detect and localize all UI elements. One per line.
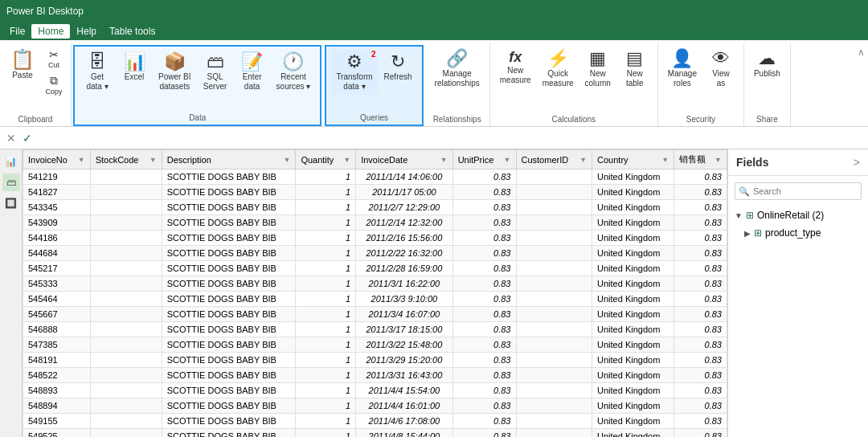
col-header-unitprice[interactable]: UnitPrice▼ bbox=[452, 150, 516, 169]
table-cell bbox=[516, 322, 592, 337]
table-cell: 2011/2/14 12:32:00 bbox=[356, 215, 453, 231]
table-cell: United Kingdom bbox=[592, 200, 674, 215]
table-cell: SCOTTIE DOGS BABY BIB bbox=[162, 398, 296, 414]
publish-icon: ☁ bbox=[758, 50, 776, 67]
menu-file[interactable]: File bbox=[3, 24, 31, 39]
table-cell: 0.83 bbox=[452, 337, 516, 353]
refresh-icon: ↻ bbox=[391, 53, 405, 71]
table-cell: 0.83 bbox=[674, 276, 727, 292]
col-header-sales[interactable]: 销售额▼ bbox=[674, 150, 727, 169]
product-type-table-icon: ⊞ bbox=[754, 227, 762, 239]
col-header-invoiceno[interactable]: InvoiceNo▼ bbox=[23, 150, 91, 169]
copy-button[interactable]: ⧉ Copy bbox=[42, 72, 66, 97]
publish-button[interactable]: ☁ Publish bbox=[749, 47, 785, 82]
cut-button[interactable]: ✂ Cut bbox=[42, 47, 66, 71]
ribbon-group-share: ☁ Publish Share bbox=[744, 43, 791, 126]
transform-data-button[interactable]: 2 ⚙ Transformdata ▾ bbox=[331, 50, 377, 95]
new-table-button[interactable]: ▤ Newtable bbox=[617, 47, 653, 92]
share-label: Share bbox=[744, 115, 790, 124]
paste-button[interactable]: 📋 Paste bbox=[5, 47, 40, 84]
manage-roles-button[interactable]: 👤 Manageroles bbox=[663, 47, 702, 92]
field-item-online-retail[interactable]: ▼ ⊞ OnlineRetail (2) bbox=[728, 206, 868, 224]
fields-panel-expand-button[interactable]: > bbox=[854, 156, 860, 169]
product-type-expand-icon: ▶ bbox=[744, 229, 751, 238]
manage-relationships-button[interactable]: 🔗 Managerelationships bbox=[430, 47, 485, 92]
table-cell: SCOTTIE DOGS BABY BIB bbox=[162, 368, 296, 383]
new-column-button[interactable]: ▦ Newcolumn bbox=[580, 47, 616, 92]
refresh-button[interactable]: ↻ Refresh bbox=[379, 50, 417, 85]
table-cell: 0.83 bbox=[674, 353, 727, 368]
table-cell: 0.83 bbox=[452, 429, 516, 438]
excel-button[interactable]: 📊 Excel bbox=[117, 50, 152, 85]
table-cell bbox=[90, 292, 162, 307]
table-row: 545333SCOTTIE DOGS BABY BIB12011/3/1 16:… bbox=[23, 276, 727, 292]
data-view-icon[interactable]: 🗃 bbox=[2, 174, 20, 191]
table-cell bbox=[516, 368, 592, 383]
table-cell: 1 bbox=[296, 215, 356, 231]
formula-cancel-button[interactable]: ✕ bbox=[6, 132, 16, 145]
enter-data-button[interactable]: 📝 Enterdata bbox=[235, 50, 270, 95]
col-header-description[interactable]: Description▼ bbox=[162, 150, 296, 169]
table-cell: SCOTTIE DOGS BABY BIB bbox=[162, 215, 296, 231]
view-as-button[interactable]: 👁 Viewas bbox=[703, 47, 739, 92]
table-cell: 541827 bbox=[23, 185, 91, 200]
fields-search-input[interactable] bbox=[735, 182, 862, 200]
menu-table-tools[interactable]: Table tools bbox=[103, 24, 162, 39]
table-row: 548893SCOTTIE DOGS BABY BIB12011/4/4 15:… bbox=[23, 383, 727, 398]
formula-confirm-button[interactable]: ✓ bbox=[23, 132, 32, 145]
table-cell: 2011/1/14 14:06:00 bbox=[356, 169, 453, 185]
table-cell: 0.83 bbox=[674, 322, 727, 337]
table-cell: 0.83 bbox=[674, 261, 727, 276]
table-cell: 1 bbox=[296, 322, 356, 337]
menu-home[interactable]: Home bbox=[31, 24, 70, 39]
col-header-stockcode[interactable]: StockCode▼ bbox=[90, 150, 162, 169]
manage-roles-icon: 👤 bbox=[671, 50, 693, 67]
col-header-invoicedate[interactable]: InvoiceDate▼ bbox=[356, 150, 453, 169]
recent-sources-button[interactable]: 🕐 Recentsources ▾ bbox=[272, 50, 316, 95]
table-cell bbox=[90, 215, 162, 231]
model-view-icon[interactable]: 🔲 bbox=[2, 194, 20, 212]
data-table-container[interactable]: InvoiceNo▼ StockCode▼ Description▼ Quant… bbox=[23, 149, 727, 437]
col-header-quantity[interactable]: Quantity▼ bbox=[296, 150, 356, 169]
table-cell: SCOTTIE DOGS BABY BIB bbox=[162, 246, 296, 261]
table-row: 544684SCOTTIE DOGS BABY BIB12011/2/22 16… bbox=[23, 246, 727, 261]
ribbon-collapse-button[interactable]: ∧ bbox=[854, 43, 868, 126]
field-item-product-type[interactable]: ▶ ⊞ product_type bbox=[728, 224, 868, 242]
table-cell: 0.83 bbox=[452, 383, 516, 398]
ribbon-group-security: 👤 Manageroles 👁 Viewas Security bbox=[658, 43, 744, 126]
table-cell: 0.83 bbox=[674, 169, 727, 185]
table-cell: 1 bbox=[296, 353, 356, 368]
ribbon-group-data: 🗄 Getdata ▾ 📊 Excel 📦 Power BIdatasets 🗃… bbox=[73, 45, 321, 126]
product-type-label: product_type bbox=[765, 227, 821, 239]
table-cell: SCOTTIE DOGS BABY BIB bbox=[162, 307, 296, 322]
table-cell: 548191 bbox=[23, 353, 91, 368]
table-cell: 0.83 bbox=[674, 292, 727, 307]
table-cell: 548893 bbox=[23, 383, 91, 398]
table-cell: United Kingdom bbox=[592, 307, 674, 322]
power-bi-datasets-icon: 📦 bbox=[164, 53, 186, 71]
table-cell: 547385 bbox=[23, 337, 91, 353]
table-cell: United Kingdom bbox=[592, 169, 674, 185]
table-row: 549155SCOTTIE DOGS BABY BIB12011/4/6 17:… bbox=[23, 414, 727, 429]
table-cell: 2011/4/4 15:54:00 bbox=[356, 383, 453, 398]
transform-badge: 2 bbox=[371, 50, 376, 59]
col-header-country[interactable]: Country▼ bbox=[592, 150, 674, 169]
table-cell bbox=[516, 353, 592, 368]
ribbon-group-relationships: 🔗 Managerelationships Relationships bbox=[425, 43, 490, 126]
table-cell: United Kingdom bbox=[592, 261, 674, 276]
data-label: Data bbox=[75, 113, 320, 122]
new-measure-button[interactable]: fx Newmeasure bbox=[495, 47, 536, 88]
table-cell bbox=[90, 353, 162, 368]
table-cell: 2011/2/22 16:32:00 bbox=[356, 246, 453, 261]
quick-measure-button[interactable]: ⚡ Quickmeasure bbox=[538, 47, 579, 92]
power-bi-datasets-button[interactable]: 📦 Power BIdatasets bbox=[154, 50, 196, 95]
menu-help[interactable]: Help bbox=[70, 24, 103, 39]
col-header-customerid[interactable]: CustomerID▼ bbox=[516, 150, 592, 169]
table-cell: United Kingdom bbox=[592, 231, 674, 246]
fields-panel: Fields > 🔍 ▼ ⊞ OnlineRetail (2) ▶ ⊞ prod… bbox=[727, 149, 868, 437]
formula-input[interactable] bbox=[39, 133, 862, 144]
sql-server-button[interactable]: 🗃 SQLServer bbox=[198, 50, 233, 95]
get-data-button[interactable]: 🗄 Getdata ▾ bbox=[80, 50, 115, 95]
table-cell: 0.83 bbox=[452, 307, 516, 322]
report-view-icon[interactable]: 📊 bbox=[2, 153, 20, 170]
